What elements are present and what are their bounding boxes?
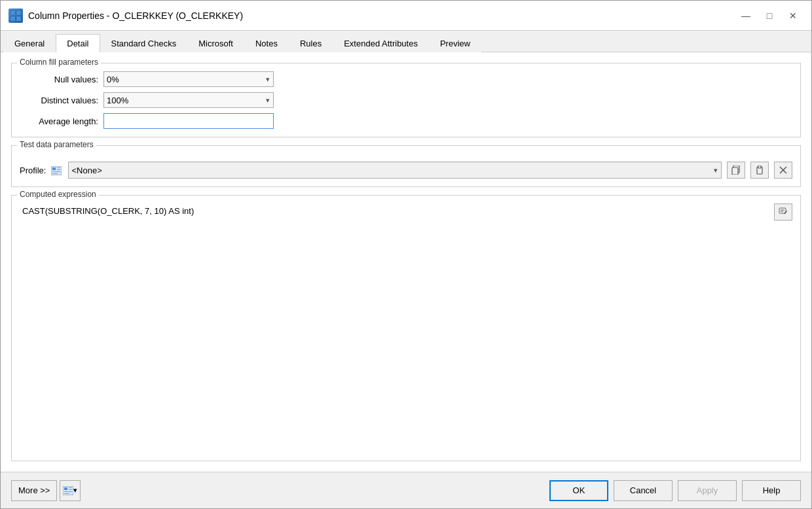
null-values-label: Null values: <box>20 75 98 84</box>
average-length-input[interactable] <box>103 113 274 129</box>
close-button[interactable]: ✕ <box>783 7 803 25</box>
column-fill-parameters-section: Column fill parameters Null values: 0% 1… <box>11 63 801 137</box>
footer-right: OK Cancel Apply Help <box>549 480 801 501</box>
svg-rect-1 <box>16 10 21 15</box>
maximize-button[interactable]: □ <box>759 7 780 25</box>
null-values-select-wrapper: 0% 10% 20% 50% <box>103 71 274 87</box>
tab-general[interactable]: General <box>3 34 56 52</box>
ok-button[interactable]: OK <box>549 480 608 501</box>
svg-rect-9 <box>52 173 58 174</box>
paste-profile-button[interactable] <box>750 162 769 179</box>
test-data-parameters-label: Test data parameters <box>17 140 96 149</box>
footer-settings-button[interactable]: ▾ <box>60 480 81 501</box>
average-length-row: Average length: <box>20 113 792 129</box>
svg-rect-6 <box>57 167 60 168</box>
profile-label: Profile: <box>20 166 46 175</box>
distinct-values-select[interactable]: 100% 80% 50% <box>103 92 274 108</box>
footer: More >> ▾ OK Cancel Apply Help <box>1 472 811 508</box>
average-length-label: Average length: <box>20 116 98 126</box>
column-fill-parameters-label: Column fill parameters <box>17 58 101 67</box>
help-button[interactable]: Help <box>742 480 801 501</box>
svg-rect-0 <box>10 10 15 15</box>
clear-profile-button[interactable] <box>774 162 792 179</box>
cancel-button[interactable]: Cancel <box>614 480 673 501</box>
app-icon <box>9 9 23 23</box>
svg-rect-8 <box>52 171 60 172</box>
svg-rect-7 <box>57 169 60 170</box>
profile-icon <box>51 165 62 175</box>
minimize-button[interactable]: — <box>735 7 756 25</box>
distinct-values-label: Distinct values: <box>20 96 98 105</box>
tab-notes[interactable]: Notes <box>244 34 289 52</box>
profile-select[interactable]: <None> <box>68 162 722 179</box>
title-bar-left: Column Properties - O_CLERKKEY (O_CLERKK… <box>9 9 243 23</box>
footer-left: More >> ▾ <box>11 480 81 501</box>
computed-content: CAST(SUBSTRING(O_CLERK, 7, 10) AS int) <box>20 203 792 453</box>
svg-rect-5 <box>52 167 56 170</box>
distinct-values-select-wrapper: 100% 80% 50% <box>103 92 274 108</box>
svg-rect-3 <box>16 16 21 21</box>
dialog-title: Column Properties - O_CLERKKEY (O_CLERKK… <box>28 10 243 21</box>
test-data-parameters-section: Test data parameters Profile: <None <box>11 145 801 187</box>
computed-expression-section: Computed expression CAST(SUBSTRING(O_CLE… <box>11 195 801 461</box>
distinct-values-row: Distinct values: 100% 80% 50% <box>20 92 792 108</box>
svg-rect-13 <box>758 166 761 168</box>
null-values-select[interactable]: 0% 10% 20% 50% <box>103 71 274 87</box>
tab-detail[interactable]: Detail <box>56 34 100 52</box>
copy-profile-button[interactable] <box>727 162 745 179</box>
svg-rect-23 <box>69 489 72 490</box>
svg-rect-2 <box>10 16 15 21</box>
tab-standard-checks[interactable]: Standard Checks <box>100 34 188 52</box>
dialog-window: Column Properties - O_CLERKKEY (O_CLERKK… <box>0 0 812 509</box>
main-content: Column fill parameters Null values: 0% 1… <box>1 52 811 472</box>
svg-rect-22 <box>69 487 72 488</box>
tab-bar: General Detail Standard Checks Microsoft… <box>1 31 811 52</box>
profile-row: Profile: <None> <box>20 162 792 179</box>
null-values-row: Null values: 0% 10% 20% 50% <box>20 71 792 87</box>
svg-rect-11 <box>732 167 738 175</box>
svg-rect-24 <box>64 491 72 492</box>
tab-preview[interactable]: Preview <box>429 34 481 52</box>
title-bar: Column Properties - O_CLERKKEY (O_CLERKK… <box>1 1 811 31</box>
apply-button[interactable]: Apply <box>678 480 737 501</box>
title-controls: — □ ✕ <box>735 7 803 25</box>
computed-expression-label: Computed expression <box>17 190 99 199</box>
svg-rect-21 <box>64 487 67 490</box>
more-button[interactable]: More >> <box>11 480 57 501</box>
tab-rules[interactable]: Rules <box>289 34 333 52</box>
tab-extended-attributes[interactable]: Extended Attributes <box>333 34 429 52</box>
computed-expression-textarea[interactable]: CAST(SUBSTRING(O_CLERK, 7, 10) AS int) <box>20 203 771 453</box>
profile-select-wrapper: <None> <box>68 162 722 179</box>
tab-microsoft[interactable]: Microsoft <box>187 34 244 52</box>
computed-edit-button[interactable] <box>774 203 792 220</box>
svg-rect-25 <box>64 493 69 494</box>
